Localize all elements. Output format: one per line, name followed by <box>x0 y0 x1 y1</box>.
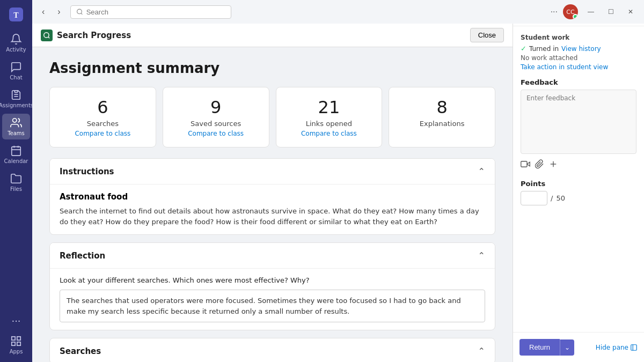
stat-number-saved-sources: 9 <box>210 97 221 117</box>
sidebar-item-more[interactable]: ··· <box>2 312 30 330</box>
stat-label-links-opened: Links opened <box>306 120 352 128</box>
title-bar: ‹ › ··· CC — ☐ ✕ <box>32 0 513 24</box>
stat-card-explanations: 8 Explanations <box>389 87 495 147</box>
feedback-label: Feedback <box>521 78 636 86</box>
sidebar-teams-logo[interactable]: T <box>2 4 30 25</box>
close-panel-button[interactable]: Close <box>470 28 504 42</box>
points-row: / 50 <box>521 191 636 205</box>
attachment-tool-icon[interactable] <box>535 159 544 171</box>
stat-compare-searches[interactable]: Compare to class <box>75 130 130 137</box>
hide-pane-text: Hide pane <box>596 344 628 351</box>
reflection-panel: Reflection ⌃ Look at your different sear… <box>49 242 495 330</box>
sidebar-label-activity: Activity <box>6 47 26 53</box>
hide-pane-icon <box>630 344 638 351</box>
svg-point-16 <box>44 32 49 37</box>
sidebar: T Activity Chat Assignments <box>0 0 32 362</box>
stats-row: 6 Searches Compare to class 9 Saved sour… <box>49 87 495 147</box>
right-panel-body: Student work ✓ Turned in View history No… <box>513 26 644 332</box>
sidebar-label-apps: Apps <box>10 349 23 354</box>
turned-in-status: ✓ Turned in View history <box>521 45 636 53</box>
turned-in-text: Turned in <box>529 45 559 53</box>
svg-point-5 <box>13 119 17 122</box>
right-panel-footer: Return ⌄ Hide pane <box>513 332 644 362</box>
sidebar-item-apps[interactable]: Apps <box>2 332 30 358</box>
searches-header[interactable]: Searches ⌃ <box>50 338 495 362</box>
svg-rect-11 <box>17 337 20 340</box>
stat-card-saved-sources: 9 Saved sources Compare to class <box>163 87 269 147</box>
return-dropdown-button[interactable]: ⌄ <box>560 339 574 356</box>
feedback-input[interactable] <box>521 90 636 154</box>
reflection-question: Look at your different searches. Which o… <box>60 276 485 284</box>
points-max: 50 <box>556 194 565 202</box>
sidebar-label-files: Files <box>10 186 22 192</box>
svg-marker-21 <box>527 162 530 166</box>
take-action-link[interactable]: Take action in student view <box>521 63 636 71</box>
add-tool-icon[interactable] <box>548 159 558 171</box>
student-work-label: Student work <box>521 34 636 41</box>
stat-compare-links-opened[interactable]: Compare to class <box>301 130 357 137</box>
instructions-chevron-icon: ⌃ <box>478 166 485 176</box>
svg-rect-25 <box>631 344 637 350</box>
reflection-header[interactable]: Reflection ⌃ <box>50 243 495 268</box>
return-button-group: Return ⌄ <box>519 339 574 356</box>
instruction-heading: Astronaut food <box>60 192 485 202</box>
reflection-title: Reflection <box>60 251 105 261</box>
app-title: Search Progress <box>57 31 131 40</box>
instructions-header[interactable]: Instructions ⌃ <box>50 159 495 184</box>
reflection-content: Look at your different searches. Which o… <box>50 268 495 330</box>
right-panel: ‹ Cline, Christie ⌄ › Student work ✓ Tur… <box>513 0 644 362</box>
sidebar-item-activity[interactable]: Activity <box>2 30 30 56</box>
reflection-chevron-icon: ⌃ <box>478 250 485 261</box>
search-icon <box>76 8 83 16</box>
points-separator: / <box>551 194 553 202</box>
svg-rect-10 <box>12 337 15 340</box>
svg-point-14 <box>77 9 82 14</box>
sidebar-item-assignments[interactable]: Assignments <box>2 86 30 112</box>
points-label: Points <box>521 180 636 188</box>
search-progress-icon <box>41 29 53 41</box>
stat-label-explanations: Explanations <box>420 120 465 128</box>
points-section: Points / 50 <box>521 180 636 205</box>
stat-card-links-opened: 21 Links opened Compare to class <box>276 87 383 147</box>
searches-chevron-icon: ⌃ <box>478 346 485 356</box>
view-history-link[interactable]: View history <box>561 45 601 53</box>
stat-card-searches: 6 Searches Compare to class <box>49 87 156 147</box>
title-bar-left: ‹ › <box>39 5 231 19</box>
content-header: Search Progress Close <box>32 24 513 47</box>
search-input[interactable] <box>86 8 225 16</box>
sidebar-item-teams[interactable]: Teams <box>2 114 30 139</box>
return-button[interactable]: Return <box>519 339 560 356</box>
no-work-text: No work attached <box>521 54 636 62</box>
sidebar-label-teams: Teams <box>8 130 25 136</box>
feedback-toolbar <box>521 156 636 174</box>
stat-compare-saved-sources[interactable]: Compare to class <box>188 130 244 137</box>
search-bar[interactable] <box>70 5 231 19</box>
searches-panel: Searches ⌃ <box>49 338 495 362</box>
stat-number-searches: 6 <box>97 97 108 117</box>
svg-rect-6 <box>12 147 21 156</box>
sidebar-item-chat[interactable]: Chat <box>2 58 30 84</box>
points-input[interactable] <box>521 191 547 205</box>
reflection-answer: The searches that used operators were mo… <box>60 290 485 322</box>
main-content: Assignment summary 6 Searches Compare to… <box>32 47 513 362</box>
video-tool-icon[interactable] <box>521 159 530 171</box>
page-title: Assignment summary <box>49 60 495 76</box>
sidebar-item-calendar[interactable]: Calendar <box>2 142 30 167</box>
nav-forward-button[interactable]: › <box>54 5 63 19</box>
sidebar-label-assignments: Assignments <box>0 102 33 108</box>
instructions-panel: Instructions ⌃ Astronaut food Search the… <box>49 158 495 235</box>
content-header-left: Search Progress <box>41 29 131 41</box>
svg-line-15 <box>81 13 82 14</box>
instructions-content: Astronaut food Search the internet to fi… <box>50 184 495 234</box>
nav-back-button[interactable]: ‹ <box>39 5 48 19</box>
svg-text:T: T <box>13 11 19 19</box>
svg-rect-12 <box>12 342 15 345</box>
stat-number-links-opened: 21 <box>318 97 340 117</box>
instructions-title: Instructions <box>60 167 114 176</box>
instruction-body: Search the internet to find out details … <box>60 206 485 227</box>
sidebar-item-files[interactable]: Files <box>2 169 30 195</box>
stat-label-searches: Searches <box>87 120 119 128</box>
svg-rect-22 <box>521 161 527 167</box>
check-icon: ✓ <box>521 45 526 53</box>
hide-pane-link[interactable]: Hide pane <box>596 344 638 351</box>
